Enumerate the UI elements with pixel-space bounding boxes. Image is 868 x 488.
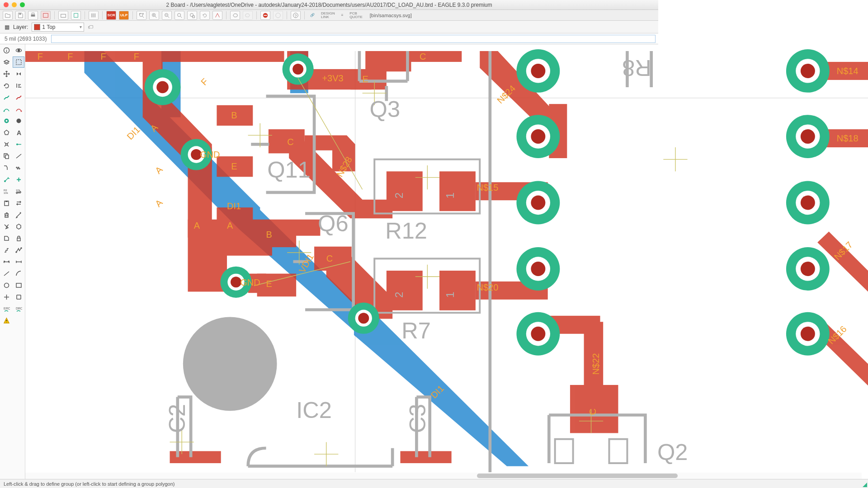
schematic-switch-button[interactable] bbox=[71, 11, 81, 20]
svg-text:1: 1 bbox=[444, 192, 456, 198]
name-tool[interactable] bbox=[0, 233, 12, 244]
svg-point-8 bbox=[178, 13, 181, 16]
manufacturing-button[interactable] bbox=[58, 11, 68, 20]
change-tool[interactable] bbox=[13, 209, 24, 221]
layer-color-swatch bbox=[34, 24, 40, 30]
group-tool[interactable] bbox=[13, 56, 24, 68]
tag-icon[interactable]: 🏷 bbox=[88, 24, 93, 30]
add-tool[interactable] bbox=[13, 174, 24, 185]
drc-tool[interactable]: DRC bbox=[13, 303, 24, 314]
optimize-tool[interactable] bbox=[0, 244, 12, 256]
zoom-select-button[interactable] bbox=[187, 11, 197, 20]
zoom-window-button[interactable] bbox=[20, 2, 25, 7]
svg-point-119 bbox=[531, 262, 545, 276]
unroute-tool[interactable] bbox=[13, 103, 24, 115]
paste-tool[interactable] bbox=[0, 197, 12, 209]
cam-button[interactable] bbox=[41, 11, 51, 20]
library-button[interactable] bbox=[89, 11, 99, 20]
open-button[interactable] bbox=[3, 11, 13, 20]
zoom-in-button[interactable] bbox=[149, 11, 159, 20]
erc-tool[interactable]: ERC bbox=[0, 303, 12, 314]
dimension-v-tool[interactable] bbox=[13, 291, 24, 303]
mark-tool[interactable] bbox=[0, 291, 12, 303]
ulp-button[interactable]: ULP bbox=[119, 11, 129, 20]
split-tool[interactable] bbox=[0, 139, 12, 150]
command-bar: 5 mil (2693 1033) bbox=[0, 33, 658, 44]
layer-bar: ▦ Layer: 1 Top 🏷 bbox=[0, 21, 658, 33]
scr-button[interactable]: SCR bbox=[106, 11, 116, 20]
arc-tool[interactable] bbox=[13, 268, 24, 279]
circle-tool[interactable] bbox=[0, 280, 12, 291]
stop-button[interactable] bbox=[260, 11, 270, 20]
svg-text:N$15: N$15 bbox=[477, 183, 499, 192]
rotate-button[interactable] bbox=[200, 11, 210, 20]
svg-text:GND: GND bbox=[240, 277, 260, 287]
pinswap-tool[interactable] bbox=[13, 197, 24, 209]
svg-rect-29 bbox=[5, 155, 9, 159]
zoom-fit-button[interactable] bbox=[137, 11, 146, 20]
print-button[interactable] bbox=[28, 11, 38, 20]
replace-tool[interactable]: 10k bbox=[13, 186, 24, 197]
attribute-tool[interactable] bbox=[13, 221, 24, 232]
svg-point-98 bbox=[292, 64, 303, 75]
lock-tool[interactable] bbox=[13, 233, 24, 244]
text-tool[interactable]: A bbox=[13, 127, 24, 138]
layer-select[interactable]: 1 Top bbox=[32, 23, 84, 32]
rect-tool[interactable] bbox=[13, 280, 24, 291]
svg-text:E: E bbox=[231, 161, 237, 171]
svg-point-113 bbox=[531, 129, 545, 144]
quickroute-tool[interactable] bbox=[0, 103, 12, 115]
grid-icon[interactable]: ▦ bbox=[5, 24, 9, 30]
copy-tool[interactable] bbox=[0, 150, 12, 162]
via-tool[interactable] bbox=[0, 115, 12, 127]
dimension-h-tool[interactable] bbox=[0, 256, 12, 267]
pcb-quote-button[interactable]: ≡ bbox=[340, 14, 345, 17]
route-tool[interactable] bbox=[0, 92, 12, 103]
flip-button[interactable] bbox=[212, 11, 222, 20]
svg-text:C: C bbox=[326, 253, 333, 263]
undo-button[interactable] bbox=[230, 11, 240, 20]
svg-text:F: F bbox=[199, 76, 210, 87]
zoom-redraw-button[interactable] bbox=[175, 11, 184, 20]
ripup-tool[interactable] bbox=[13, 92, 24, 103]
dimension-tool[interactable] bbox=[13, 256, 24, 267]
info-tool[interactable] bbox=[0, 45, 12, 56]
mirror-tool[interactable] bbox=[13, 68, 24, 80]
smash-tool[interactable] bbox=[0, 221, 12, 232]
ratsnest-tool[interactable] bbox=[13, 244, 24, 256]
redo-button[interactable] bbox=[243, 11, 253, 20]
titlebar: 2 Board - /Users/eagletest/OneDrive - au… bbox=[0, 0, 658, 10]
design-link-button[interactable]: 🔗 bbox=[308, 14, 316, 17]
svg-point-37 bbox=[16, 252, 17, 253]
svg-text:Q3: Q3 bbox=[370, 96, 400, 122]
zoom-out-button[interactable] bbox=[162, 11, 172, 20]
delete-tool[interactable] bbox=[0, 209, 12, 221]
fanout-tool[interactable] bbox=[0, 174, 12, 185]
save-button[interactable] bbox=[15, 11, 25, 20]
meander-tool[interactable] bbox=[13, 162, 24, 174]
value-tool[interactable]: R210k bbox=[0, 186, 12, 197]
svg-text:R8: R8 bbox=[622, 55, 651, 81]
wire-tool[interactable] bbox=[0, 268, 12, 279]
svg-marker-48 bbox=[354, 314, 528, 369]
hole-tool[interactable] bbox=[13, 115, 24, 127]
signal-tool[interactable] bbox=[13, 139, 24, 150]
command-input[interactable] bbox=[51, 35, 656, 43]
close-window-button[interactable] bbox=[4, 2, 9, 7]
board-canvas[interactable]: Q3 Q11 Q6 R12 R7 IC2 Q2 C2 C3 R8 +3V3 GN… bbox=[25, 44, 658, 369]
svg-text:N$22: N$22 bbox=[591, 353, 601, 369]
help-button[interactable]: ? bbox=[291, 11, 301, 20]
errors-tool[interactable] bbox=[0, 315, 12, 326]
layers-tool[interactable] bbox=[0, 56, 12, 68]
svg-rect-4 bbox=[61, 14, 66, 17]
show-tool[interactable] bbox=[13, 45, 24, 56]
minimize-window-button[interactable] bbox=[12, 2, 17, 7]
miter-tool[interactable] bbox=[0, 162, 12, 174]
align-tool[interactable] bbox=[13, 80, 24, 91]
line-tool[interactable] bbox=[13, 150, 24, 162]
rotate-tool[interactable] bbox=[0, 80, 12, 91]
polygon-tool[interactable] bbox=[0, 127, 12, 138]
go-button[interactable] bbox=[273, 11, 283, 20]
pcb-quote-label: PCBQUOTE bbox=[348, 12, 364, 19]
move-tool[interactable] bbox=[0, 68, 12, 80]
